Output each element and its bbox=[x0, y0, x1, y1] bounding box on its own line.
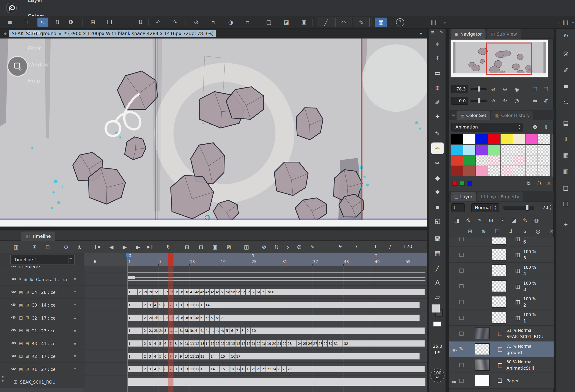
layer-checkbox[interactable] bbox=[459, 269, 463, 273]
cel[interactable]: 6 bbox=[164, 340, 168, 346]
file-spinner-icon[interactable]: ⇅ bbox=[135, 18, 146, 27]
cel[interactable]: 10 bbox=[251, 327, 425, 334]
zoom-slider[interactable] bbox=[471, 88, 487, 90]
cel[interactable]: 19 bbox=[246, 366, 250, 372]
specify-cel-icon[interactable]: ⊡ bbox=[196, 242, 206, 252]
layer-row-5[interactable]: ◫100 %5 bbox=[449, 247, 554, 263]
color-swatch[interactable] bbox=[513, 145, 525, 155]
lock-layer-icon[interactable]: ⊠ bbox=[486, 216, 496, 225]
timeline-edit-icon[interactable]: ▥ bbox=[11, 242, 22, 252]
new-file-icon[interactable]: ⊞ bbox=[87, 18, 98, 27]
timeline-track-camera-1-tra[interactable]: ▾▣⊞Camera 1 : Tra≡ bbox=[0, 273, 427, 286]
menu-help[interactable]: Help bbox=[22, 72, 61, 89]
cel[interactable]: 30 bbox=[328, 340, 333, 346]
layer-thumbnail[interactable] bbox=[492, 237, 506, 245]
cel[interactable]: 5 bbox=[158, 340, 163, 346]
download-panel-icon[interactable]: ⇩ bbox=[560, 133, 572, 145]
timeline-zoom-in-icon[interactable]: ⊕ bbox=[74, 242, 85, 252]
cel[interactable]: 4 bbox=[153, 302, 158, 308]
cel[interactable]: 6 bbox=[164, 366, 168, 372]
cel[interactable]: 9 bbox=[179, 340, 184, 346]
blend-mode-select[interactable]: Normal▴▾ bbox=[471, 203, 499, 212]
cel[interactable]: 1 bbox=[128, 340, 143, 346]
layer-thumbnail[interactable] bbox=[475, 359, 490, 371]
main-menu-icon[interactable]: ≡ bbox=[4, 18, 15, 27]
cel[interactable]: 2c bbox=[153, 289, 158, 295]
crop-icon[interactable]: ⌗ bbox=[242, 18, 253, 27]
blend-mode-spinner-icon[interactable]: ▴▾ bbox=[492, 205, 498, 211]
cel[interactable]: 9 bbox=[179, 353, 184, 360]
cel[interactable]: 5 bbox=[199, 315, 204, 321]
marquee-tool-icon[interactable]: ▭ bbox=[431, 67, 444, 79]
timeline-zoom-out-icon[interactable]: ⊖ bbox=[61, 242, 71, 252]
color-swatch[interactable] bbox=[488, 145, 500, 155]
merge-with-lower-layer-icon[interactable]: ⇘ bbox=[520, 227, 529, 236]
eye-icon[interactable] bbox=[11, 266, 17, 269]
marquee-select-icon[interactable]: ▢ bbox=[263, 18, 274, 27]
cel[interactable]: 2 bbox=[143, 366, 148, 372]
prev-frame-icon[interactable]: ◀ bbox=[106, 242, 117, 252]
layer-checkbox[interactable] bbox=[459, 300, 463, 304]
cel[interactable]: 2 bbox=[143, 353, 148, 360]
cel[interactable]: 3 bbox=[148, 302, 153, 308]
cel[interactable]: 5e bbox=[246, 289, 250, 295]
object-tool-icon[interactable]: ↖ bbox=[37, 18, 48, 27]
color-swatch[interactable] bbox=[501, 166, 513, 176]
cel[interactable]: 2 bbox=[143, 315, 148, 321]
recent-color-swatch[interactable] bbox=[452, 181, 457, 186]
color-swatch[interactable] bbox=[513, 156, 525, 166]
layer-row-ground[interactable]: ✎◫73 % Normalground bbox=[449, 342, 554, 357]
cel[interactable]: 17 bbox=[236, 366, 240, 372]
cel[interactable]: 6 bbox=[251, 289, 256, 295]
color-swatch[interactable] bbox=[451, 145, 463, 155]
cel[interactable]: 3 bbox=[148, 353, 153, 360]
timeline-scroll-down-icon[interactable]: ▾ bbox=[2, 379, 4, 383]
cel[interactable]: 5 bbox=[225, 327, 230, 334]
cel[interactable]: 4 bbox=[153, 353, 158, 360]
eye-icon[interactable] bbox=[11, 354, 17, 359]
rename-cel-icon[interactable]: ▣ bbox=[210, 242, 220, 252]
track-menu-icon[interactable]: ≡ bbox=[73, 316, 76, 320]
frame-tool-icon[interactable]: ▱ bbox=[431, 291, 444, 303]
timeline-track-c4-28-cel[interactable]: ▤⊞C4 : 28 : cel≡122a2b2c33a3b3c3d3e44a4b… bbox=[0, 286, 427, 299]
mark-cel-icon[interactable]: ◇ bbox=[282, 242, 292, 252]
cel[interactable]: 12 bbox=[194, 302, 199, 308]
zoom-value[interactable]: 78.3 bbox=[452, 85, 468, 93]
new-folder-icon[interactable]: ❏ bbox=[492, 227, 502, 236]
cel[interactable]: 4 bbox=[189, 315, 194, 321]
selection-launcher-icon[interactable]: ▣ bbox=[299, 18, 310, 27]
cel[interactable]: 19 bbox=[266, 340, 271, 346]
cel[interactable]: 14 bbox=[210, 366, 220, 372]
cel[interactable]: 7 bbox=[169, 302, 174, 308]
cel[interactable]: 2 bbox=[143, 302, 148, 308]
cel[interactable]: 14 bbox=[205, 340, 210, 346]
cel[interactable]: 10 bbox=[184, 340, 189, 346]
cel[interactable]: 32 bbox=[343, 340, 425, 346]
draft-layer-icon[interactable]: ✎ bbox=[520, 216, 530, 225]
redo-icon[interactable]: ↷ bbox=[169, 18, 181, 27]
collapse-right-panels-icon[interactable]: » bbox=[569, 18, 575, 27]
cel[interactable]: 3 bbox=[148, 366, 153, 372]
track-menu-icon[interactable]: ≡ bbox=[73, 341, 76, 346]
new-animation-cel-icon[interactable]: ⊞ bbox=[182, 242, 192, 252]
timeline-scroll-down-icon[interactable]: ▾ bbox=[2, 375, 4, 379]
color-swatch[interactable] bbox=[488, 166, 500, 176]
layer-checkbox[interactable] bbox=[459, 237, 463, 241]
cel[interactable]: 3 bbox=[164, 327, 168, 334]
eye-icon[interactable] bbox=[11, 290, 17, 295]
eraser-tool-icon[interactable]: ◆ bbox=[431, 172, 444, 184]
layer-color-icon[interactable]: ◍ bbox=[532, 216, 541, 225]
cel[interactable]: 24 bbox=[297, 340, 302, 346]
cel[interactable]: 4e bbox=[215, 289, 220, 295]
rotate-left-icon[interactable]: ↺ bbox=[489, 97, 498, 105]
cel[interactable]: 1 bbox=[128, 366, 143, 372]
clip-at-layer-icon[interactable]: ◨ bbox=[452, 216, 462, 225]
cel[interactable]: 15 bbox=[230, 340, 235, 346]
track-menu-icon[interactable]: ≡ bbox=[73, 290, 76, 295]
bucket-tool-icon[interactable]: ◱ bbox=[431, 215, 444, 227]
left-panel-handle-icon[interactable]: ❚❚ bbox=[429, 18, 438, 27]
tab-layer-property[interactable]: ❐Layer Property bbox=[478, 192, 523, 202]
cel[interactable]: 12 bbox=[194, 366, 199, 372]
layer-checkbox[interactable] bbox=[459, 379, 463, 383]
tool-palette-menu-icon[interactable]: ≡ bbox=[431, 30, 434, 35]
